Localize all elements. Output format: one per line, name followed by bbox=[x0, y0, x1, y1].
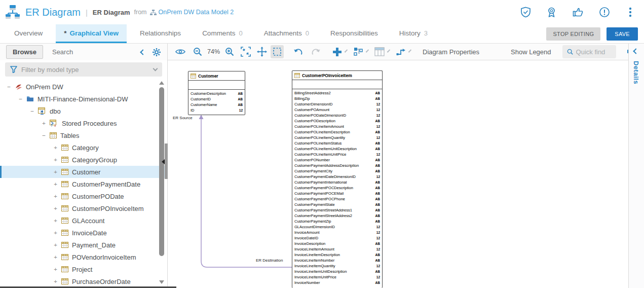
relationship-tool-icon[interactable] bbox=[394, 45, 407, 58]
entity-field[interactable]: CustomerPONumberAB bbox=[292, 157, 382, 163]
relationship-dropdown-chevron-icon[interactable] bbox=[408, 49, 411, 52]
tree-item-category[interactable]: +Category bbox=[0, 141, 167, 154]
expand-icon[interactable]: + bbox=[53, 279, 58, 284]
entity-field[interactable]: CustomerDimensionID12 bbox=[292, 101, 382, 107]
entity-field[interactable]: CustomerPODateDimensionID12 bbox=[292, 113, 382, 118]
tree-item-categorygroup[interactable]: +CategoryGroup bbox=[0, 154, 167, 166]
expand-icon[interactable]: + bbox=[41, 121, 47, 126]
save-button[interactable]: SAVE bbox=[607, 27, 638, 41]
entity-field[interactable]: CustomerPaymentStreetAddress1AB bbox=[292, 207, 382, 213]
kebab-menu-icon[interactable] bbox=[624, 6, 637, 19]
fit-to-screen-icon[interactable] bbox=[239, 45, 252, 58]
entity-field[interactable]: GLAccountDimensionID12 bbox=[292, 224, 382, 230]
tree-item-dbo[interactable]: −dbo bbox=[0, 105, 167, 117]
alert-icon[interactable] bbox=[597, 6, 612, 19]
scroll-thumb[interactable] bbox=[159, 87, 164, 256]
undo-icon[interactable] bbox=[292, 45, 305, 58]
entity-field[interactable]: InvoiceLineItemNumberAB bbox=[292, 258, 382, 263]
tree-item-project[interactable]: +Project bbox=[0, 263, 167, 275]
entity-field[interactable]: CustomerPOLineItemUnitPrice12 bbox=[292, 152, 382, 157]
entity-customer[interactable]: Customer CustomerDescriptionABCustomerID… bbox=[188, 71, 245, 115]
entity-field[interactable]: CustomerPaymentCityAB bbox=[292, 168, 382, 174]
shield-check-icon[interactable] bbox=[519, 6, 533, 19]
expand-icon[interactable]: + bbox=[53, 255, 58, 260]
diagram-properties-button[interactable]: Diagram Properties bbox=[423, 48, 479, 56]
collapse-icon[interactable]: − bbox=[41, 133, 47, 138]
zoom-out-icon[interactable] bbox=[191, 45, 204, 58]
search-tab-button[interactable]: Search bbox=[52, 48, 73, 56]
auto-layout-icon[interactable] bbox=[352, 45, 365, 58]
add-icon[interactable] bbox=[330, 45, 344, 58]
expand-icon[interactable]: + bbox=[53, 242, 58, 248]
tree-scrollbar[interactable] bbox=[159, 81, 164, 284]
entity-field[interactable]: CustomerPOLineItemUnitDescriptionAB bbox=[292, 146, 382, 152]
entity-field[interactable]: CustomerPaymentPOCDescriptionAB bbox=[292, 185, 382, 191]
entity-field[interactable]: InvoiceNumberAB bbox=[292, 280, 382, 285]
entity-field[interactable]: CustomerIDAB bbox=[188, 96, 245, 102]
tree-item-customerpoinvoiceitem[interactable]: +CustomerPOInvoiceItem bbox=[0, 202, 167, 214]
expand-icon[interactable]: + bbox=[53, 182, 58, 187]
expand-icon[interactable]: + bbox=[53, 230, 58, 236]
entity-customer-po-invoice-item[interactable]: CustomerPOInvoiceItem BillingStreetAddre… bbox=[292, 70, 383, 288]
collapse-icon[interactable]: − bbox=[18, 96, 23, 102]
entity-field[interactable]: CustomerPOLineItemQuantity12 bbox=[292, 135, 382, 140]
entity-field[interactable]: CustomerPaymentStateAB bbox=[292, 202, 382, 207]
entity-field[interactable]: CustomerPaymentDateDimensionID12 bbox=[292, 174, 382, 179]
scroll-down-arrow[interactable] bbox=[159, 280, 164, 284]
thumbs-up-icon[interactable] bbox=[571, 6, 585, 19]
marquee-select-icon[interactable] bbox=[271, 45, 284, 58]
expand-icon[interactable]: + bbox=[53, 169, 58, 175]
entity-field[interactable]: InvoiceLineItemQuantity12 bbox=[292, 263, 382, 269]
entity-field[interactable]: CustomerPOAmount12 bbox=[292, 107, 382, 113]
filter-model-type-select[interactable]: Filter by model type bbox=[5, 62, 162, 77]
diagram-canvas[interactable]: ER Source ER Destination Customer Custom… bbox=[168, 60, 628, 288]
entity-field[interactable]: CustomerNameAB bbox=[188, 102, 245, 107]
entity-field[interactable]: CustomerPaymentAddressDescriptionAB bbox=[292, 163, 382, 168]
entity-field[interactable]: CustomerPOLineItemStatusAB bbox=[292, 140, 382, 146]
browse-tab-button[interactable]: Browse bbox=[6, 45, 43, 59]
entity-field[interactable]: InvoiceDescriptionAB bbox=[292, 241, 382, 246]
table-dropdown-chevron-icon[interactable] bbox=[387, 49, 390, 52]
stop-editing-button[interactable]: STOP EDITING bbox=[546, 27, 600, 41]
tree-item-customerpodate[interactable]: +CustomerPODate bbox=[0, 190, 167, 202]
tree-item-miti-finance-dimensional-dw[interactable]: −MITI-Finance-Dimensional-DW bbox=[0, 93, 167, 105]
tree-item-povendorinvoiceitem[interactable]: +POVendorInvoiceItem bbox=[0, 251, 167, 263]
tree-item-invoicedate[interactable]: +InvoiceDate bbox=[0, 227, 167, 239]
model-link[interactable]: OnPrem DW Data Model 2 bbox=[150, 9, 234, 16]
tab-graphical-view[interactable]: *Graphical View bbox=[56, 24, 127, 43]
collapse-icon[interactable]: − bbox=[6, 84, 12, 90]
entity-field[interactable]: CustomerDescriptionAB bbox=[188, 91, 245, 96]
add-dropdown-chevron-icon[interactable] bbox=[345, 49, 348, 52]
entity-field[interactable]: InvoiceLIneItemAmount12 bbox=[292, 246, 382, 252]
expand-icon[interactable]: + bbox=[53, 194, 58, 199]
expand-icon[interactable]: + bbox=[53, 145, 58, 151]
entity-field[interactable]: BillingStreetAddress2AB bbox=[292, 90, 382, 96]
entity-field[interactable]: CustomerPaymentZipAB bbox=[292, 219, 382, 224]
entity-field[interactable]: CustomerPOLineItemDescriptionAB bbox=[292, 129, 382, 135]
show-legend-button[interactable]: Show Legend bbox=[511, 48, 551, 56]
tab-responsibilities[interactable]: Responsibilities bbox=[322, 24, 386, 43]
expand-icon[interactable]: + bbox=[53, 218, 58, 224]
entity-field[interactable]: CustomerPaymentInternationalAB bbox=[292, 179, 382, 185]
collapse-sidebar-icon[interactable] bbox=[140, 49, 145, 55]
table-tool-icon[interactable] bbox=[373, 45, 386, 58]
entity-field[interactable]: InvoiceLineItemUnitDescriptionAB bbox=[292, 269, 382, 274]
tree-item-customer[interactable]: +Customer bbox=[0, 166, 167, 178]
tree-item-payment-date[interactable]: +Payment_Date bbox=[0, 239, 167, 251]
entity-field[interactable]: InvoiceDateID12 bbox=[292, 235, 382, 241]
tree-item-customerpaymentdate[interactable]: +CustomerPaymentDate bbox=[0, 178, 167, 190]
tree-item-glaccount[interactable]: +GLAccount bbox=[0, 214, 167, 227]
gear-icon[interactable] bbox=[152, 48, 161, 57]
tab-attachments[interactable]: Attachments0 bbox=[256, 24, 317, 43]
entity-field[interactable]: InvoiceLineItemUnitPrice12 bbox=[292, 274, 382, 280]
entity-field[interactable]: InvoiceLineItemDescriptionAB bbox=[292, 252, 382, 258]
quick-find-input[interactable] bbox=[576, 48, 612, 56]
expand-icon[interactable]: + bbox=[53, 267, 58, 272]
redo-icon[interactable] bbox=[309, 45, 322, 58]
tree-item-stored-procedures[interactable]: +xfStored Procedures bbox=[0, 117, 167, 129]
entity-field[interactable]: InvoiceAmount12 bbox=[292, 230, 382, 235]
entity-field[interactable]: CustomerPaymentStreetAddress2AB bbox=[292, 213, 382, 219]
entity-field[interactable]: CustomerPOLineItemAmount12 bbox=[292, 124, 382, 129]
entity-field[interactable]: CustomerPaymentPOCEMailAB bbox=[292, 191, 382, 196]
tab-comments[interactable]: Comments0 bbox=[194, 24, 251, 43]
